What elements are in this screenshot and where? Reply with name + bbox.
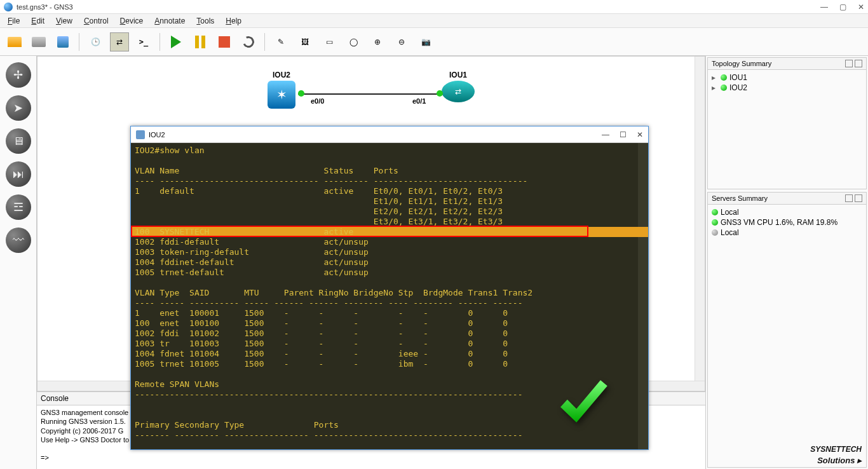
topology-summary-panel: Topology Summary ▸IOU1▸IOU2 [707, 57, 867, 189]
router-icon: ⇄ [442, 81, 475, 102]
panel-close-icon[interactable] [855, 194, 862, 202]
app-icon [4, 3, 13, 11]
watermark-main: SYSNETTECH [810, 445, 862, 454]
terminal-icon [136, 130, 145, 139]
link-endpoint-icon [298, 90, 304, 97]
terminal-window: IOU2 — ☐ ✕ IOU2#show vlan VLAN Name Stat… [130, 126, 649, 450]
insert-image-button[interactable]: 🖼 [295, 32, 315, 51]
panel-title: Topology Summary [712, 60, 843, 67]
success-check-icon [552, 376, 615, 433]
device-dock: ✢ ➤ 🖥 ⏭ ☲ 〰 [0, 56, 37, 469]
stop-all-button[interactable] [215, 32, 234, 51]
zoom-in-button[interactable]: ⊕ [368, 32, 387, 51]
menu-help[interactable]: Help [220, 15, 247, 27]
node-label: IOU2 [268, 71, 295, 79]
terminal-titlebar[interactable]: IOU2 — ☐ ✕ [131, 126, 648, 143]
panel-undock-icon[interactable] [845, 194, 853, 202]
topology-item[interactable]: ▸IOU2 [712, 83, 862, 93]
node-label: IOU1 [442, 71, 475, 79]
watermark-sub: Solutions ▸ [810, 456, 862, 465]
node-iou2[interactable]: IOU2 ✶ [268, 71, 295, 109]
server-item[interactable]: Local [712, 228, 862, 238]
interface-label: e0/0 [311, 97, 324, 105]
new-project-button[interactable] [5, 32, 24, 51]
rectangle-button[interactable]: ▭ [320, 32, 339, 51]
menu-tools[interactable]: Tools [191, 15, 219, 27]
link-line[interactable] [298, 93, 443, 95]
terminal-close-button[interactable]: ✕ [637, 130, 643, 139]
panel-undock-icon[interactable] [845, 60, 853, 67]
pause-all-button[interactable] [191, 32, 210, 51]
terminal-maximize-button[interactable]: ☐ [620, 130, 627, 139]
toolbar: 🕒 ⇄ >_ ✎ 🖼 ▭ ◯ ⊕ ⊖ 📷 [0, 28, 868, 56]
menu-device[interactable]: Device [115, 15, 149, 27]
console-all-button[interactable]: >_ [134, 32, 153, 51]
servers-summary-body[interactable]: LocalGNS3 VM CPU 1.6%, RAM 19.8%Local [708, 205, 866, 240]
menu-edit[interactable]: Edit [26, 15, 50, 27]
menubar: File Edit View Control Device Annotate T… [0, 14, 868, 28]
switches-dock-button[interactable]: ➤ [6, 95, 31, 121]
watermark: SYSNETTECH Solutions ▸ [810, 438, 862, 465]
menu-file[interactable]: File [3, 15, 25, 27]
servers-summary-panel: Servers Summary LocalGNS3 VM CPU 1.6%, R… [707, 192, 867, 468]
link-endpoint-icon [437, 90, 443, 97]
terminal-title: IOU2 [149, 131, 602, 139]
menu-control[interactable]: Control [79, 15, 114, 27]
topology-item[interactable]: ▸IOU1 [712, 72, 862, 83]
terminal-minimize-button[interactable]: — [602, 130, 609, 139]
security-dock-button[interactable]: ⏭ [6, 161, 31, 187]
panel-close-icon[interactable] [855, 60, 862, 67]
minimize-button[interactable]: — [820, 3, 828, 11]
start-all-button[interactable] [166, 32, 186, 51]
snapshot-button[interactable]: 🕒 [86, 32, 105, 51]
show-labels-button[interactable]: ⇄ [110, 32, 129, 51]
all-devices-dock-button[interactable]: ☲ [6, 194, 31, 220]
menu-annotate[interactable]: Annotate [149, 15, 190, 27]
screenshot-button[interactable]: 📷 [416, 32, 435, 51]
reload-all-button[interactable] [239, 32, 258, 51]
end-devices-dock-button[interactable]: 🖥 [6, 128, 31, 154]
titlebar: test.gns3* - GNS3 — ▢ ✕ [0, 0, 868, 14]
ellipse-button[interactable]: ◯ [344, 32, 363, 51]
panel-title: Servers Summary [712, 194, 843, 202]
switch-icon: ✶ [268, 81, 295, 109]
server-item[interactable]: GNS3 VM CPU 1.6%, RAM 19.8% [712, 217, 862, 228]
open-project-button[interactable] [29, 32, 48, 51]
add-link-dock-button[interactable]: 〰 [6, 228, 31, 253]
window-title: test.gns3* - GNS3 [17, 3, 820, 11]
server-item[interactable]: Local [712, 207, 862, 217]
menu-view[interactable]: View [51, 15, 78, 27]
topology-summary-body[interactable]: ▸IOU1▸IOU2 [708, 70, 866, 95]
node-iou1[interactable]: IOU1 ⇄ [442, 71, 475, 102]
annotate-button[interactable]: ✎ [271, 32, 290, 51]
terminal-body[interactable]: IOU2#show vlan VLAN Name Status Ports --… [131, 143, 648, 449]
save-project-button[interactable] [53, 32, 72, 51]
interface-label: e0/1 [412, 97, 426, 105]
close-button[interactable]: ✕ [858, 3, 864, 11]
maximize-button[interactable]: ▢ [839, 3, 846, 11]
zoom-out-button[interactable]: ⊖ [392, 32, 411, 51]
routers-dock-button[interactable]: ✢ [6, 62, 31, 88]
canvas-scrollbar-v[interactable] [695, 57, 705, 391]
